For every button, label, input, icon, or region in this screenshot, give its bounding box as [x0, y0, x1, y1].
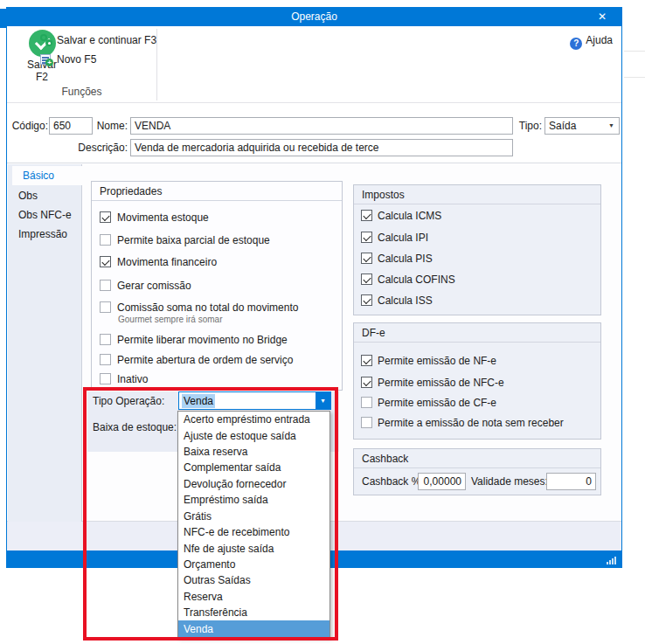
checkbox-checked[interactable] [361, 232, 372, 243]
dropdown-item[interactable]: Orçamento [178, 557, 329, 572]
groupbox-dfe: DF-e Permite emissão de NF-ePermite emis… [353, 322, 601, 440]
cashback-percent-input[interactable]: 0,00000 [418, 473, 466, 490]
codigo-input[interactable]: 650 [49, 117, 93, 135]
groupbox-propriedades-title: Propriedades [92, 182, 342, 201]
checkbox-unchecked[interactable] [100, 280, 111, 291]
checkbox-checked[interactable] [361, 210, 372, 221]
tab-strip: Básico Obs Obs NFC-e Impressão [8, 164, 82, 522]
validade-meses-input[interactable]: 0 [546, 473, 596, 490]
checkbox-checked[interactable] [100, 256, 111, 267]
groupbox-impostos: Impostos Calcula ICMSCalcula IPICalcula … [353, 184, 601, 315]
background-window-line [624, 77, 645, 78]
screen: Operação ✕ Salvar F2 Salvar e continuar … [0, 0, 645, 644]
save-continue-icon [40, 34, 52, 46]
help-button[interactable]: ?Ajuda [570, 33, 613, 47]
checkbox-label: Permite abertura de ordem de serviço [117, 353, 293, 367]
checkbox-unchecked[interactable] [100, 234, 111, 246]
dropdown-item[interactable]: Devolução fornecedor [178, 476, 329, 492]
save-button-shortcut: F2 [21, 71, 63, 83]
checkbox-label: Calcula ICMS [378, 209, 441, 223]
checkbox-label: Gerar comissão [117, 279, 191, 293]
new-button[interactable]: + Novo F5 [40, 52, 96, 66]
dropdown-item[interactable]: Ajuste de estoque saída [178, 427, 329, 443]
checkbox-unchecked[interactable] [100, 334, 111, 345]
checkbox-checked[interactable] [361, 355, 372, 366]
tipo-label: Tipo: [516, 117, 542, 135]
checkbox-label: Permite emissão de NF-e [378, 354, 496, 368]
checkbox-label: Inativo [117, 372, 148, 386]
checkbox-unchecked[interactable] [100, 354, 111, 365]
dropdown-item[interactable]: Outras Saídas [178, 572, 329, 588]
checkbox-label: Permite emissão de NFC-e [378, 376, 504, 390]
checkbox-label: Calcula PIS [378, 252, 433, 266]
tipo-operacao-label: Tipo Operação: [93, 394, 164, 408]
dialog-title: Operação [6, 7, 622, 26]
toolbar: Salvar F2 Salvar e continuar F3 + Novo F… [7, 26, 621, 103]
dropdown-item[interactable]: Reserva [178, 589, 329, 605]
descricao-input[interactable]: Venda de mercadoria adquirida ou recebid… [130, 139, 513, 156]
background-window-line [624, 51, 645, 52]
descricao-label: Descrição: [73, 139, 128, 156]
checkbox-label: Comissão soma no total do movimento [117, 301, 298, 315]
validade-meses-label: Validade meses: [471, 473, 548, 490]
baixa-estoque-label: Baixa de estoque: [93, 420, 177, 434]
checkbox-checked[interactable] [100, 211, 111, 223]
checkbox-label: Permite liberar movimento no Bridge [117, 333, 288, 347]
checkbox-note: Gourmet sempre irá somar [118, 315, 222, 324]
checkbox-label: Permite emissão de CF-e [378, 396, 496, 410]
resize-grip-icon[interactable] [609, 560, 611, 564]
groupbox-cashback: Cashback Cashback %: 0,00000 Validade me… [353, 448, 601, 495]
resize-grip-icon[interactable] [607, 562, 608, 564]
title-bar[interactable]: Operação ✕ [6, 7, 622, 26]
chevron-down-icon[interactable]: ▼ [608, 118, 614, 134]
close-icon[interactable]: ✕ [591, 7, 614, 26]
checkbox-checked[interactable] [361, 274, 372, 285]
tipo-operacao-value: Venda [182, 394, 215, 408]
dropdown-item[interactable]: Acerto empréstimo entrada [178, 412, 329, 427]
resize-grip-icon[interactable] [612, 558, 614, 564]
groupbox-propriedades: Propriedades Movimenta estoquePermite ba… [91, 181, 343, 391]
dropdown-item[interactable]: Complementar saída [178, 460, 329, 475]
dropdown-item-selected[interactable]: Venda [178, 620, 329, 636]
new-document-icon: + [40, 53, 52, 66]
dropdown-item[interactable]: Baixa reserva [178, 444, 329, 460]
dropdown-item[interactable]: NFC-e de recebimento [178, 524, 329, 540]
groupbox-impostos-title: Impostos [354, 185, 600, 204]
tab-basico[interactable]: Básico [12, 166, 83, 185]
checkbox-unchecked[interactable] [100, 373, 111, 384]
chevron-down-icon[interactable]: ▼ [316, 392, 330, 409]
tipo-combobox-value: Saída [549, 120, 576, 132]
checkbox-unchecked[interactable] [361, 397, 372, 408]
tab-obs-nfce[interactable]: Obs NFC-e [8, 205, 82, 225]
ribbon-group-caption: Funções [7, 86, 156, 98]
checkbox-checked[interactable] [361, 294, 372, 306]
dropdown-item[interactable]: Grátis [178, 509, 329, 524]
dropdown-item[interactable]: Nfe de ajuste saída [178, 540, 329, 556]
checkbox-unchecked[interactable] [100, 301, 111, 313]
nome-label: Nome: [94, 117, 128, 135]
tab-impressao[interactable]: Impressão [8, 225, 82, 244]
checkbox-label: Permite baixa parcial de estoque [117, 233, 270, 247]
tipo-operacao-combobox[interactable]: Venda ▼ [178, 391, 331, 410]
codigo-label: Código: [10, 117, 48, 135]
dropdown-item[interactable]: Empréstimo saída [178, 492, 329, 508]
header-form: Código: 650 Nome: VENDA Tipo: Saída ▼ De… [7, 103, 621, 163]
help-icon: ? [570, 38, 582, 50]
save-continue-button[interactable]: Salvar e continuar F3 [40, 33, 156, 47]
nome-input[interactable]: VENDA [130, 117, 513, 135]
tipo-combobox[interactable]: Saída ▼ [544, 117, 620, 135]
groupbox-dfe-title: DF-e [354, 323, 600, 343]
resize-grip-icon[interactable] [614, 557, 616, 564]
window-border-notch [0, 9, 6, 28]
checkbox-checked[interactable] [361, 253, 372, 264]
new-button-label: Novo F5 [57, 53, 96, 66]
checkbox-checked[interactable] [361, 377, 372, 388]
checkbox-unchecked[interactable] [361, 417, 372, 428]
tab-obs[interactable]: Obs [8, 186, 82, 205]
checkbox-label: Calcula ISS [378, 294, 433, 308]
checkbox-label: Movimenta estoque [117, 211, 209, 225]
cashback-percent-label: Cashback %: [362, 473, 424, 490]
baixa-estoque-dropdown-list: Acerto empréstimo entradaAjuste de estoq… [177, 411, 330, 638]
checkbox-label: Calcula IPI [378, 231, 428, 245]
dropdown-item[interactable]: Transferência [178, 605, 329, 620]
